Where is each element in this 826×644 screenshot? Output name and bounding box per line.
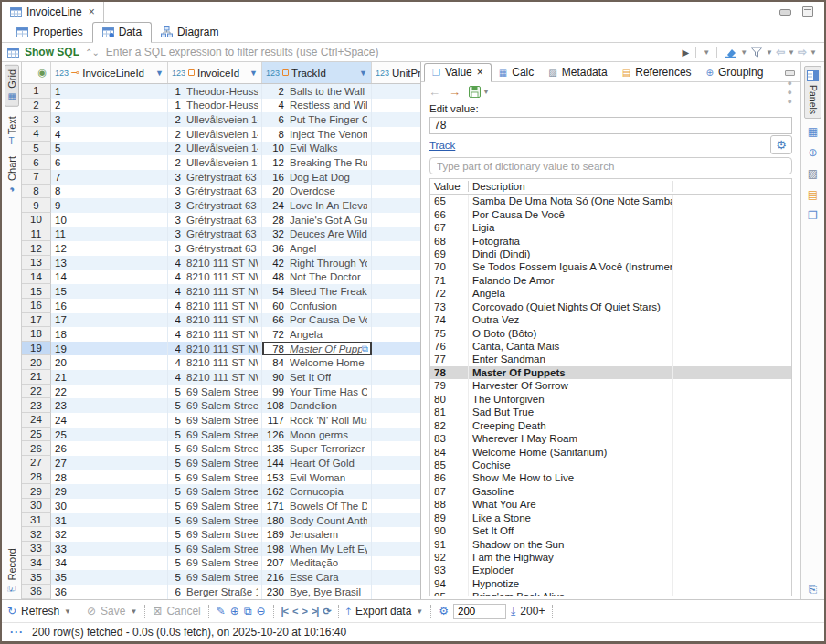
table-row[interactable]: 111Theodor-Heuss-Str2Balls to the Wall — [22, 84, 420, 99]
invoice-line-id-cell[interactable]: 12 — [51, 241, 168, 256]
table-row[interactable]: 773Grétrystraat 6316Dog Eat Dog — [22, 170, 420, 185]
dict-row[interactable]: 80The Unforgiven — [430, 393, 791, 406]
unit-price-cell[interactable] — [372, 398, 420, 413]
row-number-cell[interactable]: 36 — [22, 585, 51, 599]
funnel-dropdown-icon[interactable]: ▼ — [766, 48, 773, 57]
eraser-icon[interactable] — [724, 47, 737, 58]
edit-cell-icon[interactable]: ✎ — [217, 605, 226, 618]
panel-tab-value[interactable]: ❐ Value × — [424, 63, 492, 82]
refresh-icon[interactable]: ↻ — [7, 605, 16, 618]
presentation-tab-grid[interactable]: ▦ Grid — [5, 65, 19, 107]
dict-row[interactable]: 65Samba De Uma Nota Só (One Note Samba) — [430, 195, 791, 207]
invoice-id-cell[interactable]: 48210 111 ST NW — [168, 284, 262, 299]
table-row[interactable]: 11113Grétrystraat 6332Deuces Are Wild — [22, 227, 420, 242]
table-row[interactable]: 221Theodor-Heuss-Str4Restless and Wild — [22, 99, 420, 113]
row-number-cell[interactable]: 15 — [22, 284, 51, 299]
row-number-cell[interactable]: 16 — [22, 299, 51, 313]
invoice-line-id-cell[interactable]: 23 — [51, 398, 168, 413]
invoice-id-cell[interactable]: 3Grétrystraat 63 — [168, 170, 262, 185]
sort-dropdown-icon[interactable]: ▼ — [249, 69, 258, 78]
dict-row[interactable]: 84Welcome Home (Sanitarium) — [430, 445, 791, 458]
table-row[interactable]: 141448210 111 ST NW48Not The Doctor — [22, 270, 420, 285]
invoice-line-id-cell[interactable]: 7 — [51, 170, 168, 185]
table-row[interactable]: 2424569 Salem Street117Rock 'N' Roll Mus… — [22, 413, 420, 428]
row-number-cell[interactable]: 2 — [22, 99, 51, 113]
back-dropdown-icon[interactable]: ▼ — [788, 48, 795, 57]
table-row[interactable]: 171748210 111 ST NW66Por Causa De Você — [22, 313, 420, 328]
invoice-id-cell[interactable]: 2Ullevålsveien 14 — [168, 127, 262, 142]
panel-tab-calc[interactable]: ▦ Calc — [492, 64, 541, 81]
table-row[interactable]: 3535569 Salem Street216Esse Cara — [22, 570, 420, 585]
unit-price-cell[interactable] — [372, 542, 420, 556]
unit-price-cell[interactable] — [372, 112, 420, 127]
minimize-panel-icon[interactable] — [785, 70, 795, 76]
row-number-cell[interactable]: 18 — [22, 327, 51, 342]
invoice-id-cell[interactable]: 569 Salem Street — [168, 513, 262, 528]
invoice-line-id-cell[interactable]: 25 — [51, 428, 168, 442]
dict-row[interactable]: 67Ligia — [430, 221, 791, 234]
forward-dropdown-icon[interactable]: ▼ — [810, 48, 817, 57]
unit-price-cell[interactable] — [372, 441, 420, 456]
dict-row[interactable]: 95Bring'em Back Alive — [430, 590, 791, 596]
table-row[interactable]: 2828569 Salem Street153Evil Woman — [22, 470, 420, 485]
track-id-cell[interactable]: 216Esse Cara — [262, 570, 372, 585]
add-row-icon[interactable]: ⊕ — [230, 605, 239, 618]
row-number-cell[interactable]: 19 — [22, 342, 51, 356]
track-id-cell[interactable]: 48Not The Doctor — [262, 270, 372, 285]
row-header-corner[interactable]: ◉ — [22, 62, 51, 83]
track-id-cell[interactable]: 99Your Time Has Com — [262, 385, 372, 399]
row-number-cell[interactable]: 21 — [22, 370, 51, 385]
track-id-cell[interactable]: 180Body Count Anthem — [262, 513, 372, 528]
invoice-id-cell[interactable]: 48210 111 ST NW — [168, 299, 262, 313]
invoice-line-id-cell[interactable]: 6 — [51, 155, 168, 170]
dict-row[interactable]: 78Master Of Puppets — [430, 366, 791, 379]
fetch-settings-gear-icon[interactable]: ⚙ — [439, 605, 449, 618]
dict-row[interactable]: 88What You Are — [430, 498, 791, 511]
row-number-cell[interactable]: 32 — [22, 527, 51, 542]
invoice-line-id-cell[interactable]: 35 — [51, 570, 168, 585]
row-number-cell[interactable]: 8 — [22, 185, 51, 199]
expand-filter-icon[interactable]: ⌃⌄ — [85, 48, 99, 58]
track-id-cell[interactable]: 6Put The Finger On You — [262, 112, 372, 127]
dict-row[interactable]: 94Hypnotize — [430, 577, 791, 590]
track-id-cell[interactable]: 54Bleed The Freak — [262, 284, 372, 299]
row-number-cell[interactable]: 7 — [22, 170, 51, 185]
invoice-line-id-cell[interactable]: 15 — [51, 284, 168, 299]
invoice-line-id-cell[interactable]: 16 — [51, 299, 168, 313]
dict-row[interactable]: 86Show Me How to Live — [430, 471, 791, 484]
unit-price-cell[interactable] — [372, 155, 420, 170]
invoice-line-id-cell[interactable]: 29 — [51, 484, 168, 499]
row-number-cell[interactable]: 17 — [22, 313, 51, 328]
invoice-line-id-cell[interactable]: 33 — [51, 542, 168, 556]
unit-price-cell[interactable] — [372, 127, 420, 142]
table-row[interactable]: 332Ullevålsveien 146Put The Finger On Yo… — [22, 112, 420, 127]
invoice-id-cell[interactable]: 569 Salem Street — [168, 413, 262, 428]
row-number-cell[interactable]: 35 — [22, 570, 51, 585]
dict-row[interactable]: 75O Boto (Bôto) — [430, 326, 791, 339]
unit-price-cell[interactable] — [372, 284, 420, 299]
invoice-id-cell[interactable]: 48210 111 ST NW — [168, 313, 262, 328]
record-mode-toggle[interactable]: ⎗ Record — [5, 544, 18, 596]
invoice-line-id-cell[interactable]: 3 — [51, 112, 168, 127]
dict-row[interactable]: 69Dindi (Dindi) — [430, 248, 791, 260]
unit-price-cell[interactable] — [372, 413, 420, 428]
invoice-line-id-cell[interactable]: 4 — [51, 127, 168, 142]
table-row[interactable]: 3434569 Salem Street207Meditação — [22, 556, 420, 571]
dict-row[interactable]: 66Por Causa De Você — [430, 207, 791, 220]
unit-price-cell[interactable] — [372, 241, 420, 256]
table-row[interactable]: 2929569 Salem Street162Cornucopia — [22, 484, 420, 499]
unit-price-cell[interactable] — [372, 470, 420, 485]
invoice-line-id-cell[interactable]: 13 — [51, 256, 168, 270]
track-id-cell[interactable]: 10Evil Walks — [262, 142, 372, 156]
track-id-cell[interactable]: 117Rock 'N' Roll Music — [262, 413, 372, 428]
unit-price-cell[interactable] — [372, 170, 420, 185]
table-row[interactable]: 212148210 111 ST NW90Set It Off — [22, 370, 420, 385]
track-id-cell[interactable]: 42Right Through You — [262, 256, 372, 270]
dict-row[interactable]: 85Cochise — [430, 459, 791, 471]
sort-dropdown-icon[interactable]: ▼ — [155, 69, 164, 78]
column-header-invoiceid[interactable]: 123 InvoiceId ▼ — [168, 62, 262, 83]
invoice-id-cell[interactable]: 3Grétrystraat 63 — [168, 213, 262, 227]
invoice-id-cell[interactable]: 1Theodor-Heuss-Str — [168, 84, 262, 99]
table-row[interactable]: 3232569 Salem Street189Jerusalem — [22, 527, 420, 542]
unit-price-cell[interactable] — [372, 99, 420, 113]
